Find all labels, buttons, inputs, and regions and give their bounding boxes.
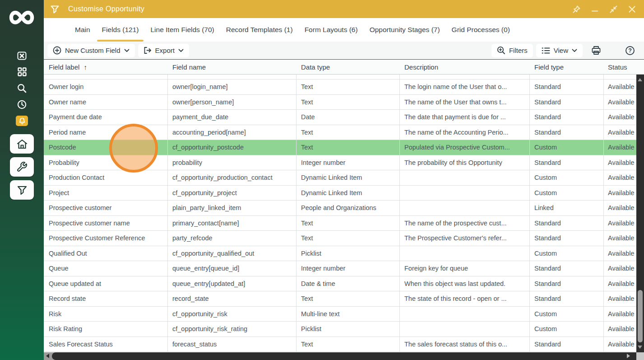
cell-description: The name of the Accounting Perio... xyxy=(400,125,530,140)
cell-status: Available xyxy=(604,337,636,352)
cell-field-type: Standard xyxy=(530,155,604,170)
table-row[interactable]: Risk Rating cf_opportunity_risk_rating P… xyxy=(44,322,636,337)
view-button[interactable]: View xyxy=(536,44,583,57)
cell-data-type: Integer number xyxy=(297,261,400,276)
scroll-right-arrow-icon[interactable] xyxy=(627,354,630,358)
table-row[interactable]: Prospective customer plain_party_linked_… xyxy=(44,201,636,216)
column-header-field-name[interactable]: Field name xyxy=(168,63,297,71)
home-button[interactable] xyxy=(10,134,34,154)
vertical-scrollbar[interactable] xyxy=(636,75,644,352)
cell-data-type: Text xyxy=(297,291,400,306)
cell-field-type: Standard xyxy=(530,110,604,125)
cell-description: The name of the User that owns t... xyxy=(400,95,530,110)
tab-line-item-fields[interactable]: Line Item Fields (70) xyxy=(145,18,219,42)
close-icon[interactable] xyxy=(628,5,636,14)
cell-field-type: Custom xyxy=(530,140,604,155)
cell-status: Available xyxy=(604,291,636,306)
cell-field-name: owner[login_name] xyxy=(168,79,297,94)
scroll-up-arrow-icon[interactable] xyxy=(638,78,642,81)
tab-fields[interactable]: Fields (121) xyxy=(97,18,144,42)
tab-grid-processes[interactable]: Grid Processes (0) xyxy=(447,18,515,42)
horizontal-scrollbar[interactable] xyxy=(44,352,636,360)
new-custom-field-button[interactable]: New Custom Field xyxy=(47,44,135,57)
print-button[interactable] xyxy=(586,44,607,57)
cell-status: Available xyxy=(604,186,636,201)
tab-record-templates[interactable]: Record Templates (1) xyxy=(221,18,298,42)
plus-circle-icon xyxy=(53,46,61,55)
cell-field-type: Standard xyxy=(530,276,604,291)
column-header-data-type[interactable]: Data type xyxy=(297,63,400,71)
sort-ascending-icon[interactable]: ↑ xyxy=(83,63,87,71)
scroll-down-arrow-icon[interactable] xyxy=(638,346,642,349)
cell-status: Available xyxy=(604,216,636,231)
help-button[interactable]: ? xyxy=(620,44,640,57)
home-icon xyxy=(16,139,28,150)
cell-field-name: cf_opportunity_qualified_out xyxy=(168,246,297,261)
column-header-description[interactable]: Description xyxy=(400,63,530,71)
close-window-icon[interactable] xyxy=(17,51,27,61)
cell-field-type: Standard xyxy=(530,125,604,140)
column-header-field-type[interactable]: Field type xyxy=(530,63,604,71)
table-row[interactable]: Owner login owner[login_name] Text The l… xyxy=(44,79,636,95)
cell-status: Available xyxy=(604,155,636,170)
table-row[interactable]: Prospective Customer Reference party_ref… xyxy=(44,231,636,246)
cell-field-name: accounting_period[name] xyxy=(168,125,297,140)
cell-field-type: Custom xyxy=(530,322,604,337)
history-clock-icon[interactable] xyxy=(17,99,27,109)
vertical-scrollbar-thumb[interactable] xyxy=(638,290,643,342)
cell-field-label: Prospective Customer Reference xyxy=(44,231,168,246)
cell-data-type: Text xyxy=(297,125,400,140)
table-row[interactable]: Queue updated at queue_entry[updated_at]… xyxy=(44,276,636,292)
tab-opportunity-stages[interactable]: Opportunity Stages (7) xyxy=(365,18,445,42)
table-row[interactable]: Sales Forecast Status forecast_status Te… xyxy=(44,337,636,352)
cell-field-name: party_refcode xyxy=(168,231,297,246)
export-button[interactable]: Export xyxy=(138,44,189,57)
table-row[interactable]: Risk cf_opportunity_risk Multi-line text… xyxy=(44,307,636,322)
column-header-status[interactable]: Status xyxy=(604,63,644,71)
column-header-field-label[interactable]: Field label ↑ xyxy=(44,63,168,71)
table-row[interactable]: Prospective customer name primary_contac… xyxy=(44,216,636,231)
minimize-icon[interactable] xyxy=(591,5,599,14)
search-icon[interactable] xyxy=(17,83,27,93)
apps-grid-icon[interactable] xyxy=(17,67,27,77)
cell-data-type: Picklist xyxy=(297,322,400,337)
table-row[interactable]: Record state record_state Text The state… xyxy=(44,291,636,307)
cell-data-type: Text xyxy=(297,79,400,94)
table-row[interactable]: Queue queue_entry[queue_id] Integer numb… xyxy=(44,261,636,276)
cell-field-type: Standard xyxy=(530,261,604,276)
cell-description: Populated via Prospective Custom... xyxy=(400,140,530,155)
table-row[interactable]: Qualified Out cf_opportunity_qualified_o… xyxy=(44,246,636,262)
table-row[interactable]: Payment due date payment_due_date Date T… xyxy=(44,110,636,125)
cell-field-label: Queue updated at xyxy=(44,276,168,291)
table-row-partial[interactable] xyxy=(44,75,636,79)
tab-main[interactable]: Main xyxy=(70,18,95,42)
cell-field-type: Standard xyxy=(530,231,604,246)
cell-description xyxy=(400,201,530,215)
cell-field-type: Linked xyxy=(530,201,604,215)
cell-data-type: Multi-line text xyxy=(297,307,400,322)
notifications-bell-icon[interactable] xyxy=(16,116,28,126)
cell-field-type: Standard xyxy=(530,337,604,352)
chevron-down-icon xyxy=(178,49,184,52)
cell-status: Available xyxy=(604,95,636,110)
cell-field-type: Custom xyxy=(530,170,604,185)
fields-table: Field label ↑ Field name Data type Descr… xyxy=(44,59,644,352)
tab-form-layouts[interactable]: Form Layouts (6) xyxy=(300,18,363,42)
filters-button[interactable]: Filters xyxy=(491,44,533,57)
table-row[interactable]: Owner name owner[person_name] Text The n… xyxy=(44,95,636,110)
scroll-left-arrow-icon[interactable] xyxy=(46,354,49,358)
horizontal-scrollbar-thumb[interactable] xyxy=(52,352,636,360)
cell-field-label: Payment due date xyxy=(44,110,168,125)
table-header: Field label ↑ Field name Data type Descr… xyxy=(44,59,644,75)
list-view-icon xyxy=(542,47,550,54)
filter-button[interactable] xyxy=(10,180,34,200)
configuration-button[interactable] xyxy=(10,157,34,177)
table-row[interactable]: Project cf_opportunity_project Dynamic L… xyxy=(44,186,636,201)
pin-window-icon[interactable] xyxy=(572,5,581,14)
restore-collapse-icon[interactable] xyxy=(609,5,618,14)
cell-description: The date that payment is due for ... xyxy=(400,110,530,125)
cell-field-name: plain_party_linked_item xyxy=(168,201,297,215)
cell-field-name: cf_opportunity_project xyxy=(168,186,297,201)
cell-field-type: Custom xyxy=(530,246,604,261)
table-row[interactable]: Production Contact cf_opportunity_produc… xyxy=(44,170,636,186)
